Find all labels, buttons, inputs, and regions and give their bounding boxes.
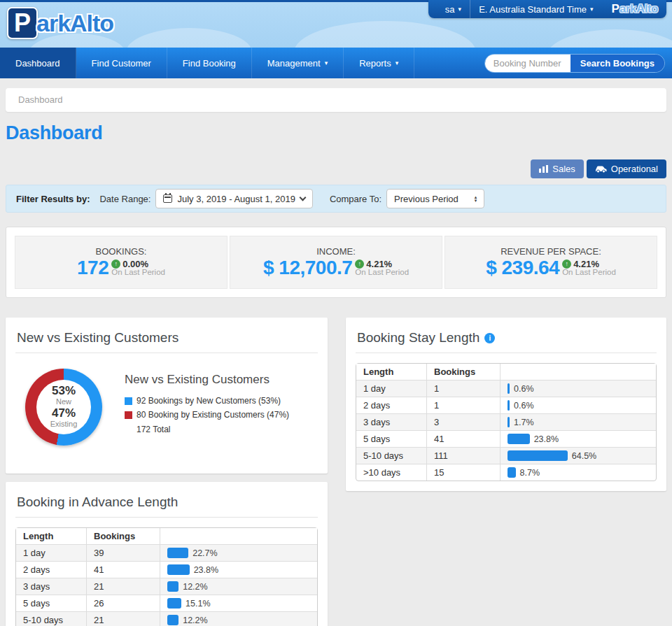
bar-chart-icon: [539, 165, 548, 173]
top-header: P arkAlto sa ▾ E. Australia Standard Tim…: [0, 0, 672, 48]
table-row: >10 days15 8.7%: [356, 464, 656, 481]
customers-donut-chart: 53% New 47% Existing: [25, 369, 102, 446]
table-row: 5 days41 23.8%: [356, 431, 656, 448]
logo-p-icon: P: [7, 7, 38, 39]
parkalto-logo[interactable]: P arkAlto: [7, 7, 113, 39]
legend-total: 172 Total: [125, 422, 289, 436]
legend-new-customers: 92 Bookings by New Customers (53%): [125, 394, 289, 408]
customers-panel-title: New vs Existing Customers: [15, 327, 318, 353]
timezone-menu[interactable]: E. Australia Standard Time ▾: [470, 0, 601, 18]
timezone-label: E. Australia Standard Time: [479, 4, 587, 15]
advance-panel-title: Booking in Advance Length: [15, 492, 318, 517]
bar: [507, 383, 510, 394]
nav-find-customer[interactable]: Find Customer: [76, 48, 167, 78]
income-value: $ 12,700.7: [263, 257, 352, 278]
bar: [167, 598, 181, 609]
chevron-down-icon: [299, 194, 306, 201]
view-toggle: Sales Operational: [6, 159, 666, 178]
cloud-decoration: [294, 21, 476, 48]
booking-number-input[interactable]: [485, 55, 570, 72]
bar: [507, 400, 510, 411]
booking-search: Search Bookings: [484, 54, 665, 73]
bar: [507, 450, 568, 461]
operational-button[interactable]: Operational: [587, 159, 666, 178]
table-row: 5 days26 15.1%: [16, 595, 317, 612]
table-row: 2 days1 0.6%: [356, 397, 656, 414]
nav-find-booking[interactable]: Find Booking: [167, 48, 252, 78]
caret-down-icon: ▾: [590, 6, 594, 13]
red-swatch-icon: [125, 411, 132, 419]
caret-down-icon: ▾: [458, 6, 462, 13]
date-range-label: Date Range:: [99, 194, 150, 204]
stay-length-table: Length Bookings 1 day1 0.6% 2 days1 0.6%…: [356, 363, 657, 481]
user-menu-label: sa: [445, 4, 455, 15]
stay-length-panel: Booking Stay Length i Length Bookings 1 …: [346, 318, 666, 491]
car-icon: [595, 165, 607, 173]
compare-select[interactable]: Previous Period ▴ ▾: [386, 189, 484, 208]
user-bar: sa ▾ E. Australia Standard Time ▾ P arkA…: [428, 0, 666, 18]
table-row: 2 days41 23.8%: [16, 562, 317, 578]
sales-button[interactable]: Sales: [531, 159, 584, 178]
date-range-picker[interactable]: July 3, 2019 - August 1, 2019: [155, 189, 312, 208]
parkalto-mini-logo: P arkAlto: [612, 2, 658, 16]
breadcrumb: Dashboard: [6, 88, 666, 112]
user-menu[interactable]: sa ▾: [437, 0, 470, 18]
bar: [507, 467, 516, 478]
revenue-value: $ 239.64: [486, 257, 559, 278]
blue-swatch-icon: [125, 397, 132, 405]
bookings-value: 172: [77, 257, 108, 278]
customers-panel: New vs Existing Customers 53% New 47% Ex…: [6, 318, 328, 474]
bar: [167, 615, 178, 625]
caret-down-icon: ▾: [396, 60, 399, 66]
legend-existing-customers: 80 Booking by Existing Customers (47%): [125, 408, 289, 422]
bar: [507, 434, 530, 444]
bar: [507, 417, 510, 427]
donut-legend: New vs Existing Customers 92 Bookings by…: [125, 369, 289, 446]
main-nav: Dashboard Find Customer Find Booking Man…: [0, 48, 672, 78]
stay-panel-title: Booking Stay Length i: [356, 327, 657, 353]
cloud-decoration: [126, 28, 252, 48]
info-icon[interactable]: i: [484, 333, 495, 343]
filter-bar: Filter Results by: Date Range: July 3, 2…: [6, 185, 666, 213]
bar: [167, 548, 188, 558]
nav-reports[interactable]: Reports ▾: [344, 48, 414, 78]
stat-revenue-per-space: REVENUE PER SPACE: $ 239.64 ↑ 4.21% On L…: [444, 236, 657, 289]
select-arrows-icon: ▴ ▾: [475, 195, 477, 202]
table-row: 3 days3 1.7%: [356, 414, 656, 431]
stat-bookings: BOOKINGS: 172 ↑ 0.00% On Last Period: [15, 236, 227, 289]
cloud-decoration: [546, 29, 672, 48]
table-row: 3 days21 12.2%: [16, 578, 317, 595]
logo-text: arkAlto: [36, 10, 113, 37]
filter-label: Filter Results by:: [16, 194, 90, 204]
table-row: 5-10 days111 64.5%: [356, 448, 656, 464]
page-title: Dashboard: [6, 122, 666, 144]
table-row: 5-10 days21 12.2%: [16, 612, 317, 626]
calendar-icon: [163, 194, 172, 203]
caret-down-icon: ▾: [325, 60, 328, 66]
advance-length-table: Length Bookings 1 day39 22.7% 2 days41 2…: [15, 527, 318, 626]
table-row: 1 day1 0.6%: [356, 380, 656, 397]
search-bookings-button[interactable]: Search Bookings: [570, 55, 664, 72]
bar: [167, 564, 190, 575]
table-row: 1 day39 22.7%: [16, 545, 317, 562]
nav-dashboard[interactable]: Dashboard: [0, 48, 76, 78]
compare-to-label: Compare To:: [330, 194, 382, 204]
advance-length-panel: Booking in Advance Length Length Booking…: [6, 482, 328, 626]
nav-management[interactable]: Management ▾: [252, 48, 344, 78]
stat-income: INCOME: $ 12,700.7 ↑ 4.21% On Last Perio…: [230, 236, 442, 289]
kpi-panel: BOOKINGS: 172 ↑ 0.00% On Last Period INC…: [6, 227, 666, 298]
bar: [167, 581, 178, 592]
